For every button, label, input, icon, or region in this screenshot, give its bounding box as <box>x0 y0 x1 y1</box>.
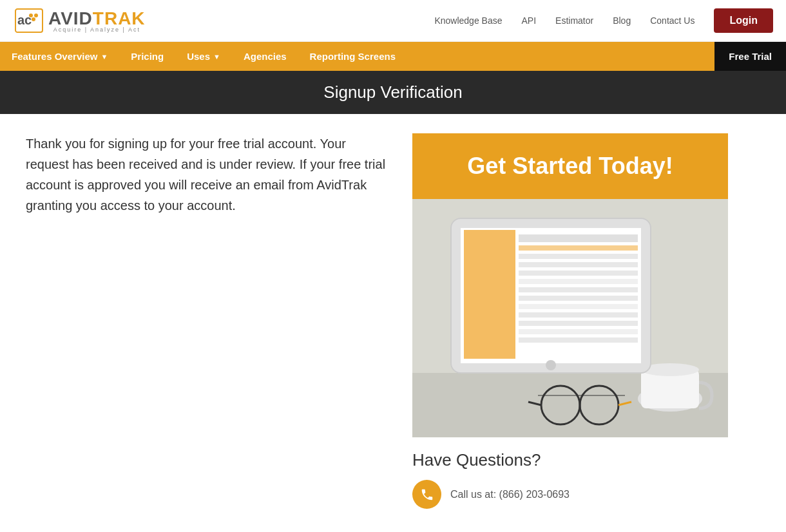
logo-subtitle: Acquire | Analyze | Act <box>48 26 146 33</box>
left-content: Thank you for signing up for your free t… <box>26 133 387 216</box>
svg-rect-27 <box>519 321 638 326</box>
orange-nav: Features Overview ▼ Pricing Uses ▼ Agenc… <box>0 42 786 71</box>
main-content: Thank you for signing up for your free t… <box>0 114 786 532</box>
get-started-title: Get Started Today! <box>425 153 715 180</box>
have-questions-section: Have Questions? Call us at: (866) 203-06… <box>412 437 728 515</box>
call-us-row: Call us at: (866) 203-0693 <box>412 480 728 509</box>
orange-nav-items: Features Overview ▼ Pricing Uses ▼ Agenc… <box>0 42 714 71</box>
svg-point-4 <box>32 17 35 21</box>
svg-rect-17 <box>519 234 638 242</box>
svg-rect-29 <box>519 337 638 343</box>
svg-point-30 <box>546 360 556 370</box>
get-started-banner: Get Started Today! <box>412 133 728 199</box>
right-content: Get Started Today! <box>412 133 728 515</box>
nav-contact-us[interactable]: Contact Us <box>650 15 695 26</box>
call-us-text: Call us at: (866) 203-0693 <box>450 489 570 500</box>
svg-rect-23 <box>519 287 638 292</box>
uses-dropdown-arrow: ▼ <box>213 53 220 61</box>
nav-api[interactable]: API <box>521 15 536 26</box>
nav-agencies[interactable]: Agencies <box>232 42 298 71</box>
svg-rect-25 <box>519 304 638 309</box>
svg-rect-24 <box>519 296 638 301</box>
logo-icon: ac <box>13 6 45 35</box>
logo-text: AVIDTRAK <box>48 8 146 28</box>
page-title: Signup Verification <box>12 82 774 102</box>
svg-rect-26 <box>519 312 638 318</box>
svg-rect-19 <box>519 254 638 259</box>
verification-message: Thank you for signing up for your free t… <box>26 133 387 216</box>
login-button[interactable]: Login <box>714 8 773 33</box>
nav-blog[interactable]: Blog <box>613 15 631 26</box>
hero-banner: Signup Verification <box>0 71 786 114</box>
svg-rect-16 <box>464 230 515 359</box>
svg-point-3 <box>34 14 38 17</box>
nav-pricing[interactable]: Pricing <box>119 42 175 71</box>
svg-rect-28 <box>519 329 638 334</box>
svg-rect-18 <box>519 245 638 251</box>
svg-rect-20 <box>519 262 638 267</box>
svg-rect-21 <box>519 271 638 276</box>
features-dropdown-arrow: ▼ <box>101 53 108 61</box>
free-trial-button[interactable]: Free Trial <box>714 42 786 71</box>
tablet-image <box>412 199 728 437</box>
svg-point-2 <box>29 14 33 17</box>
nav-uses[interactable]: Uses ▼ <box>175 42 232 71</box>
nav-reporting-screens[interactable]: Reporting Screens <box>298 42 407 71</box>
top-nav: Knowledge Base API Estimator Blog Contac… <box>434 8 773 33</box>
nav-estimator[interactable]: Estimator <box>555 15 593 26</box>
have-questions-title: Have Questions? <box>412 450 728 470</box>
logo: ac AVIDTRAK Acquire | Analyze | Act <box>13 6 146 35</box>
header: ac AVIDTRAK Acquire | Analyze | Act Know… <box>0 0 786 42</box>
phone-icon <box>412 480 441 509</box>
nav-features-overview[interactable]: Features Overview ▼ <box>0 42 119 71</box>
svg-rect-22 <box>519 279 638 284</box>
nav-knowledge-base[interactable]: Knowledge Base <box>434 15 502 26</box>
